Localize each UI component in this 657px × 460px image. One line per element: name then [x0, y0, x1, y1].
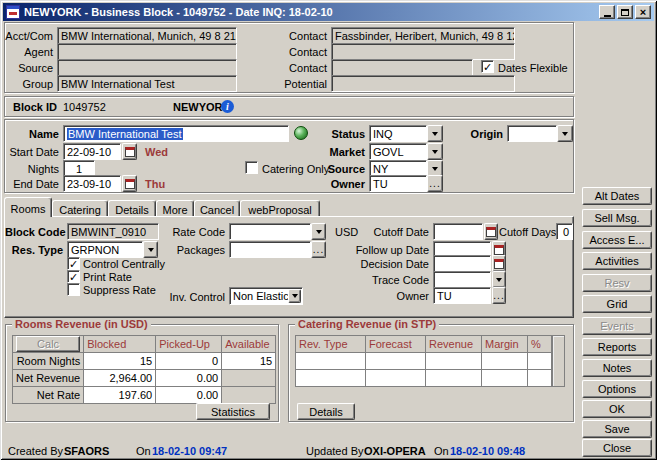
potential-field[interactable]	[331, 75, 515, 92]
trace-code-dropdown-button[interactable]	[492, 271, 506, 288]
ellipsis-icon: ...	[313, 247, 324, 252]
reports-button[interactable]: Reports	[582, 338, 652, 356]
cell-net-rate-picked-up: 0.00	[156, 387, 222, 404]
dates-flexible-label: Dates Flexible	[498, 62, 568, 74]
tab-cancel[interactable]: Cancel	[194, 200, 240, 216]
cutoff-date-calendar-button[interactable]	[484, 223, 498, 240]
acct-com-label: Acct/Com	[5, 30, 53, 42]
contact-field-3[interactable]	[331, 59, 473, 76]
grid-button[interactable]: Grid	[582, 295, 652, 313]
options-button[interactable]: Options	[582, 380, 652, 398]
market-dropdown-button[interactable]	[427, 143, 443, 160]
updated-by-label: Updated By	[306, 445, 363, 457]
calc-button[interactable]: Calc	[16, 336, 80, 352]
panel-owner-field[interactable]: TU	[433, 287, 491, 304]
close-icon: ×	[640, 7, 646, 17]
name-field[interactable]: BMW International Test	[63, 125, 289, 142]
agent-label: Agent	[5, 46, 53, 58]
notes-button[interactable]: Notes	[582, 359, 652, 377]
block-id-label: Block ID	[13, 101, 57, 113]
rate-code-dropdown-button[interactable]	[311, 223, 326, 240]
cutoff-date-field[interactable]	[433, 223, 483, 240]
tab-catering[interactable]: Catering	[52, 200, 108, 216]
block-code-field[interactable]: BMWINT_0910	[67, 223, 159, 240]
rate-code-field[interactable]	[229, 223, 311, 240]
currency-label: USD	[335, 226, 358, 238]
catering-table-scrollbar[interactable]	[552, 335, 565, 387]
trace-code-field[interactable]	[433, 271, 491, 288]
start-date-calendar-button[interactable]	[122, 143, 137, 160]
close-window-button[interactable]: Close	[582, 439, 652, 457]
down-arrow-icon	[148, 248, 154, 252]
cutoff-date-label: Cutoff Date	[373, 226, 429, 238]
tab-more[interactable]: More	[156, 200, 194, 216]
ok-button[interactable]: OK	[582, 400, 652, 418]
contact-field-1[interactable]: Fassbinder, Heribert, Munich, 49 8 125	[331, 27, 515, 44]
status-dropdown-button[interactable]	[427, 125, 443, 142]
decision-date-calendar-button[interactable]	[492, 255, 506, 272]
control-centrally-label: Control Centrally	[83, 258, 165, 270]
tab-rooms[interactable]: Rooms	[4, 197, 52, 217]
packages-field[interactable]	[229, 241, 311, 258]
access-exclusion-button[interactable]: Access E...	[582, 231, 652, 249]
alt-dates-button[interactable]: Alt Dates	[582, 187, 652, 205]
end-day-of-week: Thu	[145, 178, 165, 190]
end-date-calendar-button[interactable]	[122, 175, 137, 192]
packages-lookup-button[interactable]: ...	[311, 241, 326, 258]
created-on-label: On	[136, 445, 151, 457]
sell-msg-button[interactable]: Sell Msg.	[582, 209, 652, 227]
rooms-tab-panel: Block Code BMWINT_0910 Rate Code USD Cut…	[4, 216, 574, 318]
cutoff-days-field[interactable]: 0	[556, 223, 573, 240]
maximize-button[interactable]	[617, 5, 633, 19]
origin-dropdown-button[interactable]	[557, 125, 573, 142]
resv-button[interactable]: Resv	[582, 274, 652, 292]
rooms-revenue-table: Calc Blocked Picked-Up Available Room Ni…	[12, 335, 276, 404]
acct-com-field[interactable]: BMW International, Munich, 49 8 215 6	[57, 27, 237, 44]
empty-cell	[366, 353, 426, 370]
activities-button[interactable]: Activities	[582, 252, 652, 270]
empty-cell	[528, 353, 552, 370]
created-by-label: Created By	[8, 445, 63, 457]
empty-cell	[366, 370, 426, 387]
rooms-revenue-header-row: Calc Blocked Picked-Up Available	[13, 336, 276, 353]
agent-field[interactable]	[57, 43, 237, 60]
follow-up-date-label: Follow up Date	[349, 244, 429, 256]
save-button[interactable]: Save	[582, 420, 652, 438]
group-field[interactable]: BMW International Test	[57, 75, 237, 92]
close-button[interactable]: ×	[635, 5, 651, 19]
details-button[interactable]: Details	[297, 403, 355, 420]
suppress-rate-checkbox[interactable]	[67, 283, 80, 296]
statistics-button[interactable]: Statistics	[196, 403, 270, 420]
decision-date-field[interactable]	[433, 255, 491, 272]
print-rate-checkbox[interactable]: ✓	[67, 270, 80, 283]
down-arrow-icon	[432, 167, 438, 171]
tab-details[interactable]: Details	[108, 200, 156, 216]
column-header-margin: Margin	[482, 336, 528, 353]
res-type-dropdown-button[interactable]	[143, 241, 158, 258]
titlebar: NEWYORK - Business Block - 1049752 - Dat…	[3, 3, 654, 21]
owner-field[interactable]: TU	[369, 175, 427, 192]
minimize-button[interactable]	[599, 5, 615, 19]
down-arrow-icon	[432, 132, 438, 136]
tab-webproposal[interactable]: webProposal	[240, 200, 320, 216]
catering-only-checkbox[interactable]	[245, 161, 258, 174]
source-field[interactable]	[57, 59, 237, 76]
catering-revenue-table: Rev. Type Forecast Revenue Margin %	[295, 335, 552, 387]
dates-flexible-checkbox[interactable]: ✓	[481, 60, 494, 73]
market-field[interactable]: GOVL	[369, 143, 427, 160]
down-arrow-icon	[316, 230, 322, 234]
start-date-field[interactable]: 22-09-10	[63, 143, 121, 160]
owner-lookup-button[interactable]: ...	[427, 175, 443, 192]
panel-owner-lookup-button[interactable]: ...	[492, 287, 506, 304]
origin-field[interactable]	[507, 125, 557, 142]
globe-icon[interactable]	[294, 126, 308, 140]
contact-field-2[interactable]	[331, 43, 515, 60]
status-field[interactable]: INQ	[369, 125, 427, 142]
res-type-field[interactable]: GRPNON	[67, 241, 143, 258]
events-button[interactable]: Events	[582, 317, 652, 335]
inv-control-dropdown-button[interactable]	[288, 289, 301, 303]
end-date-field[interactable]: 23-09-10	[63, 175, 121, 192]
decision-date-label: Decision Date	[349, 258, 429, 270]
info-icon[interactable]: i	[221, 100, 234, 113]
control-centrally-checkbox[interactable]: ✓	[67, 257, 80, 270]
